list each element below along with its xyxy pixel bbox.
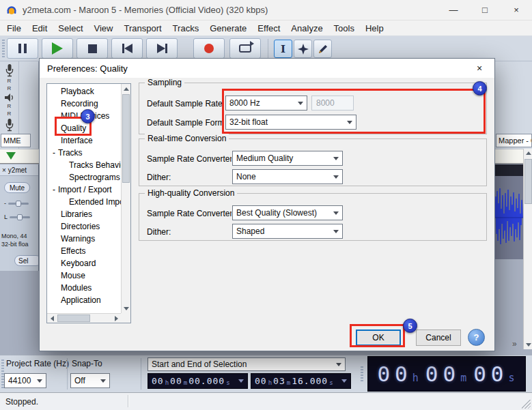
hq-dither-select[interactable]: Shaped xyxy=(232,224,343,239)
tree-item-keyboard[interactable]: Keyboard xyxy=(47,257,121,269)
scrollbar-thumb[interactable] xyxy=(57,314,90,322)
selection-start-time[interactable]: 00h 00m 00.000s xyxy=(148,373,248,389)
waveform[interactable] xyxy=(495,176,523,259)
multi-tool-button[interactable] xyxy=(294,40,312,58)
menu-generate[interactable]: Generate xyxy=(204,23,252,33)
menu-file[interactable]: File xyxy=(1,23,27,33)
tree-item-interface[interactable]: Interface xyxy=(47,134,121,147)
selection-tool-button[interactable]: I xyxy=(274,40,292,58)
selection-toolbar: Project Rate (Hz) 44100 Snap-To Off Star… xyxy=(0,355,532,392)
selection-mode-select[interactable]: Start and End of Selection xyxy=(148,357,346,371)
scroll-up-icon[interactable] xyxy=(122,84,131,93)
gain-slider-track[interactable] xyxy=(8,203,29,205)
pan-slider-track[interactable] xyxy=(10,216,30,218)
toolbar-overflow-chevron-icon[interactable]: » xyxy=(512,339,517,349)
tree-item-extended-import[interactable]: Extended Import xyxy=(47,196,121,208)
tree-item-playback[interactable]: Playback xyxy=(47,85,121,98)
menu-analyze[interactable]: Analyze xyxy=(285,23,328,33)
scroll-up-icon[interactable] xyxy=(524,149,532,158)
dropdown-arrow-icon xyxy=(333,230,339,233)
tree-item-warnings[interactable]: Warnings xyxy=(47,233,121,245)
track-format-info: 32-bit floa xyxy=(1,241,29,248)
pan-slider-thumb[interactable] xyxy=(17,214,23,220)
tree-item-tracks-behaviors[interactable]: Tracks Behaviors xyxy=(47,159,121,171)
stop-button[interactable] xyxy=(76,38,108,59)
pencil-icon xyxy=(318,44,328,55)
minimize-button[interactable]: — xyxy=(438,0,469,20)
rt-dither-select[interactable]: None xyxy=(232,169,343,184)
dropdown-arrow-icon xyxy=(336,363,341,366)
tree-item-spectrograms[interactable]: Spectrograms xyxy=(47,171,121,184)
menu-view[interactable]: View xyxy=(89,23,119,33)
resize-grip[interactable] xyxy=(522,400,531,409)
toolbar-grip[interactable] xyxy=(2,40,5,57)
selection-end-time[interactable]: 00h 03m 16.000s xyxy=(251,373,351,389)
menu-select[interactable]: Select xyxy=(53,23,88,33)
mute-button[interactable]: Mute xyxy=(4,182,30,193)
tree-item-modules[interactable]: Modules xyxy=(47,282,121,294)
tree-item-recording[interactable]: Recording xyxy=(47,98,121,110)
meter-channel-label: R xyxy=(8,85,12,92)
track-select-button[interactable]: Sel xyxy=(14,255,39,266)
dropdown-arrow-icon[interactable] xyxy=(341,379,347,383)
dialog-close-button[interactable]: × xyxy=(464,59,494,78)
dropdown-arrow-icon[interactable] xyxy=(238,379,244,383)
toolbar-separator xyxy=(141,358,141,390)
playback-device-select[interactable]: Mapper - O xyxy=(496,134,532,147)
scroll-right-icon[interactable] xyxy=(111,314,121,323)
scroll-left-icon[interactable] xyxy=(47,314,57,323)
record-button[interactable] xyxy=(193,38,225,59)
tree-item-import-export[interactable]: -Import / Export xyxy=(47,184,121,196)
pan-slider[interactable]: L xyxy=(4,214,30,220)
draw-tool-button[interactable] xyxy=(313,40,332,58)
scrollbar-thumb[interactable] xyxy=(524,159,532,204)
close-button[interactable]: × xyxy=(501,0,532,20)
track-close-icon[interactable]: × xyxy=(2,166,6,174)
tree-item-application[interactable]: Application xyxy=(47,294,121,306)
pause-button[interactable] xyxy=(7,38,38,59)
toolbar-grip[interactable] xyxy=(361,366,363,383)
skip-to-end-button[interactable] xyxy=(146,38,178,59)
vertical-scrollbar[interactable] xyxy=(523,149,532,349)
tree-vertical-scrollbar[interactable] xyxy=(121,84,130,313)
cancel-button[interactable]: Cancel xyxy=(416,330,461,346)
menu-tracks[interactable]: Tracks xyxy=(167,23,205,33)
audio-host-select[interactable]: MME xyxy=(1,134,31,147)
menu-effect[interactable]: Effect xyxy=(252,23,285,33)
timeline-ruler[interactable] xyxy=(495,149,523,164)
snap-to-select[interactable]: Off xyxy=(70,373,110,388)
playhead-icon[interactable] xyxy=(6,152,16,160)
playback-meter-speaker-icon xyxy=(4,93,15,102)
tree-item-mouse[interactable]: Mouse xyxy=(47,269,121,282)
scrollbar-thumb[interactable] xyxy=(122,94,130,183)
maximize-button[interactable]: □ xyxy=(469,0,501,20)
track-format-info: Mono, 44 xyxy=(1,233,27,239)
menu-tools[interactable]: Tools xyxy=(328,23,360,33)
audio-position-display[interactable]: 00h 00m 00s xyxy=(367,356,526,392)
hq-sample-rate-converter-select[interactable]: Best Quality (Slowest) xyxy=(232,205,343,220)
tree-item-effects[interactable]: Effects xyxy=(47,245,121,257)
skip-to-start-button[interactable] xyxy=(111,38,143,59)
rt-sample-rate-converter-select[interactable]: Medium Quality xyxy=(232,151,343,166)
play-button[interactable] xyxy=(42,38,73,59)
project-rate-select[interactable]: 44100 xyxy=(4,373,46,388)
tree-item-libraries[interactable]: Libraries xyxy=(47,208,121,220)
scroll-down-icon[interactable] xyxy=(524,340,532,349)
tree-item-tracks[interactable]: -Tracks xyxy=(47,147,121,159)
loop-button[interactable] xyxy=(229,38,261,59)
dropdown-arrow-icon xyxy=(333,175,339,179)
collapse-icon[interactable]: - xyxy=(53,185,55,194)
menu-transport[interactable]: Transport xyxy=(118,23,167,33)
gain-slider[interactable]: - xyxy=(4,200,29,207)
close-icon: × xyxy=(514,5,519,15)
gain-slider-thumb[interactable] xyxy=(16,201,21,207)
collapse-icon[interactable]: - xyxy=(53,148,55,158)
track-name[interactable]: y2met xyxy=(8,166,27,174)
tree-item-directories[interactable]: Directories xyxy=(47,220,121,233)
annotation-box-ok xyxy=(350,324,405,347)
menu-edit[interactable]: Edit xyxy=(27,23,53,33)
help-button[interactable]: ? xyxy=(468,329,485,346)
scroll-down-icon[interactable] xyxy=(122,304,131,313)
menu-help[interactable]: Help xyxy=(360,23,389,33)
tree-horizontal-scrollbar[interactable] xyxy=(47,313,121,323)
